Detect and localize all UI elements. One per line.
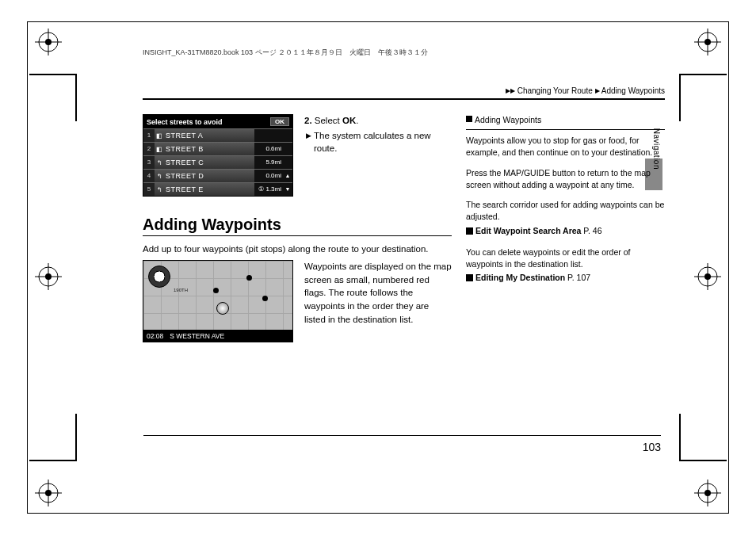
street-row: 4↰STREET D0.0mi▲ [143,169,292,182]
step-2-text: 2. Select OK. ▶ The system calculates a … [304,114,452,197]
margin-reference: Editing My Destination P. 107 [466,272,665,284]
scroll-arrow-icon [283,156,292,169]
registration-mark-icon [694,263,721,290]
map-screenshot: 190TH 02:08 S WESTERN AVE [143,260,293,342]
street-distance: ① 1.3mi [254,183,283,196]
reference-label: Editing My Destination [475,273,565,282]
street-row: 3↰STREET C5.9mi [143,155,292,169]
map-waypoint-icon [246,275,252,281]
row-number: 2 [143,143,155,155]
section-heading: Adding Waypoints [143,216,452,234]
registration-mark-icon [694,29,721,55]
street-name: STREET C [164,159,254,166]
street-name: STREET B [164,145,254,153]
street-distance: 0.0mi [254,170,283,182]
margin-paragraph: Press the MAP/GUIDE button to return to … [466,167,665,191]
turn-icon: ◧ [155,146,164,153]
row-number: 3 [143,156,155,169]
row-number: 4 [143,170,155,182]
link-glyph-icon [466,274,473,281]
row-number: 1 [143,129,155,142]
crop-mark-icon [75,30,123,78]
margin-paragraph: The search corridor used for adding wayp… [466,199,665,223]
registration-mark-icon [35,480,62,506]
turn-icon: ↰ [155,173,164,180]
turn-icon: ◧ [155,132,164,139]
margin-heading: Adding Waypoints [466,114,665,126]
chevron-right-icon: ▶ [595,87,600,94]
divider [143,98,665,100]
map-description: Waypoints are displayed on the map scree… [304,260,452,342]
screenshot-title: Select streets to avoid [147,118,223,126]
step-result: The system calculates a new route. [314,131,431,154]
divider [466,129,665,130]
select-streets-screenshot: Select streets to avoid OK 1◧STREET A2◧S… [143,114,293,197]
street-distance: 0.6mi [254,143,283,155]
street-name: STREET D [164,172,254,180]
page-content: INSIGHT_KA-31TM8820.book 103 ページ ２０１１年８月… [143,48,665,464]
breadcrumb: ▶▶ Changing Your Route ▶ Adding Waypoint… [143,86,665,95]
margin-paragraph: Waypoints allow you to stop for gas or f… [466,135,665,159]
scroll-arrow-icon: ▼ [283,183,292,196]
turn-icon: ↰ [155,186,164,193]
compass-icon [148,266,170,288]
link-glyph-icon [466,227,473,235]
note-glyph-icon [466,116,472,122]
breadcrumb-item: Changing Your Route [517,86,593,95]
map-waypoint-icon [213,288,219,293]
street-distance: 5.9mi [254,156,283,169]
chevron-right-icon: ▶▶ [506,87,515,94]
street-row: 1◧STREET A [143,128,292,142]
map-street-label: 190TH [174,288,188,292]
margin-reference: Edit Waypoint Search Area P. 46 [466,225,665,237]
scroll-arrow-icon: ▲ [283,170,292,182]
margin-heading-text: Adding Waypoints [475,115,541,124]
divider [143,235,452,236]
reference-label: Edit Waypoint Search Area [475,226,581,235]
step-action-prefix: Select [315,116,342,125]
step-action-target: OK [342,116,356,125]
row-number: 5 [143,183,155,196]
registration-mark-icon [35,263,62,290]
section-intro: Add up to four waypoints (pit stops) alo… [143,244,452,254]
file-header-meta: INSIGHT_KA-31TM8820.book 103 ページ ２０１１年８月… [143,48,665,58]
main-column: Select streets to avoid OK 1◧STREET A2◧S… [143,114,452,342]
triangle-bullet-icon: ▶ [306,132,311,139]
turn-icon: ↰ [155,159,164,166]
ok-button: OK [270,117,289,126]
reference-page: P. 46 [583,226,601,235]
map-waypoint-icon [262,296,268,301]
map-clock: 02:08 [147,332,163,340]
breadcrumb-item: Adding Waypoints [601,86,665,95]
registration-mark-icon [35,29,62,55]
reference-page: P. 107 [567,273,590,282]
scroll-arrow-icon [283,129,292,142]
crop-mark-icon [75,457,123,505]
crop-mark-icon [633,457,681,505]
step-number: 2. [304,116,312,125]
page-number: 103 [143,435,661,453]
street-name: STREET E [164,185,254,193]
street-name: STREET A [164,132,254,139]
street-row: 5↰STREET E① 1.3mi▼ [143,182,292,196]
scroll-arrow-icon [283,143,292,155]
step-action-suffix: . [356,116,358,125]
map-current-street: S WESTERN AVE [170,332,224,340]
margin-paragraph: You can delete waypoints or edit the ord… [466,246,665,270]
street-distance [254,129,283,142]
vehicle-icon [216,302,229,315]
margin-column: Adding Waypoints Waypoints allow you to … [466,114,665,342]
street-row: 2◧STREET B0.6mi [143,142,292,155]
registration-mark-icon [694,480,721,506]
